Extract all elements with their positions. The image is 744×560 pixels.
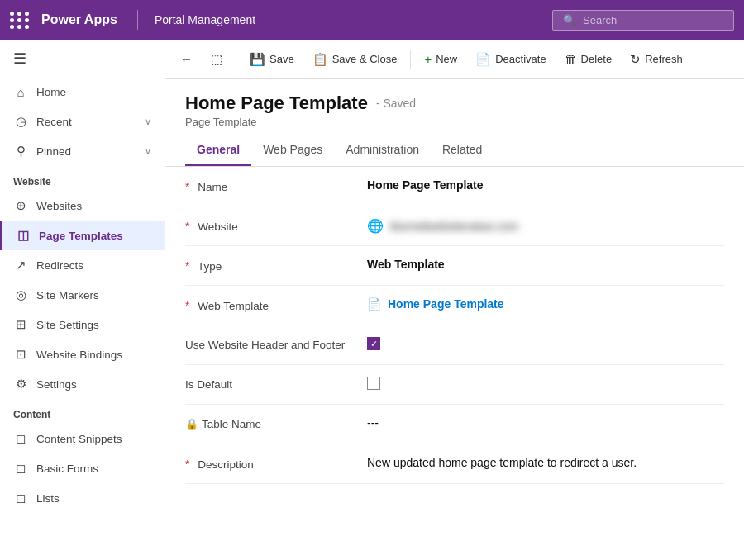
tabs: General Web Pages Administration Related <box>165 135 744 167</box>
toolbar-separator <box>410 50 411 69</box>
toolbar-separator <box>236 50 236 69</box>
save-button[interactable]: 💾 Save <box>241 48 303 71</box>
search-icon: 🔍 <box>563 14 576 26</box>
sidebar-item-website-bindings[interactable]: ⊡ Website Bindings <box>0 339 165 369</box>
tab-administration[interactable]: Administration <box>334 135 431 166</box>
sidebar-item-settings[interactable]: ⚙ Settings <box>0 369 165 399</box>
refresh-icon: ↻ <box>630 52 641 67</box>
settings-icon: ⚙ <box>13 377 28 392</box>
toolbar: ← ⬚ 💾 Save 📋 Save & Close + New 📄 Deacti… <box>165 40 744 79</box>
field-is-default: Is Default <box>185 365 724 405</box>
basic-forms-icon: ◻ <box>13 461 28 476</box>
field-type-label: * Type <box>185 258 367 273</box>
save-close-button[interactable]: 📋 Save & Close <box>304 48 406 71</box>
site-settings-icon: ⊞ <box>13 317 28 332</box>
tab-web-pages[interactable]: Web Pages <box>251 135 334 166</box>
redirect-icon: ↗ <box>13 258 28 273</box>
globe-icon: ⊕ <box>13 198 28 213</box>
field-table-name: 🔒 Table Name --- <box>185 405 724 444</box>
required-indicator: * <box>185 180 189 193</box>
sidebar-item-redirects[interactable]: ↗ Redirects <box>0 250 165 280</box>
save-close-icon: 📋 <box>312 52 328 67</box>
chevron-down-icon: ∨ <box>145 116 151 127</box>
deactivate-button[interactable]: 📄 Deactivate <box>467 48 554 71</box>
field-website-value[interactable]: 🌐 blurredwebsitevalue.com <box>367 218 724 234</box>
back-button[interactable]: ← <box>172 48 201 70</box>
content-snippets-icon: ◻ <box>13 431 28 446</box>
globe-icon: 🌐 <box>367 218 384 234</box>
search-placeholder: Search <box>583 14 617 26</box>
sidebar-item-label: Home <box>36 86 66 98</box>
new-button[interactable]: + New <box>416 48 465 70</box>
website-bindings-icon: ⊡ <box>13 347 28 362</box>
field-website: * Website 🌐 blurredwebsitevalue.com <box>185 206 724 246</box>
sidebar-item-site-settings[interactable]: ⊞ Site Settings <box>0 310 165 339</box>
sidebar-item-websites[interactable]: ⊕ Websites <box>0 191 165 221</box>
sidebar-item-label: Settings <box>36 378 77 391</box>
site-markers-icon: ◎ <box>13 287 28 302</box>
tab-general[interactable]: General <box>185 135 251 166</box>
sidebar-item-label: Redirects <box>36 259 83 272</box>
sidebar-item-label: Page Templates <box>39 230 123 242</box>
app-name: Power Apps <box>41 12 117 27</box>
required-indicator: * <box>185 220 189 233</box>
field-name-label: * Name <box>185 178 367 193</box>
field-type-value[interactable]: Web Template <box>367 258 724 271</box>
field-description-value[interactable]: New updated home page template to redire… <box>367 456 724 469</box>
sidebar-item-basic-forms[interactable]: ◻ Basic Forms <box>0 453 165 483</box>
checkbox-checked[interactable]: ✓ <box>367 337 380 350</box>
hamburger-button[interactable]: ☰ <box>0 40 165 78</box>
sidebar-item-page-templates[interactable]: ◫ Page Templates <box>0 221 165 250</box>
form-area: * Name Home Page Template * Website 🌐 bl… <box>165 167 744 560</box>
record-status: - Saved <box>376 97 416 110</box>
field-web-template: * Web Template 📄 Home Page Template <box>185 286 724 325</box>
chevron-down-icon: ∨ <box>145 146 151 157</box>
sidebar-item-label: Pinned <box>36 145 71 158</box>
search-box[interactable]: 🔍 Search <box>552 10 734 31</box>
field-type: * Type Web Template <box>185 246 724 286</box>
sidebar-item-label: Lists <box>36 492 60 505</box>
top-header: Power Apps Portal Management 🔍 Search <box>0 0 744 40</box>
lists-icon: ◻ <box>13 491 28 505</box>
forward-icon: ⬚ <box>211 52 222 67</box>
new-label: New <box>436 53 457 65</box>
field-name-value[interactable]: Home Page Template <box>367 178 724 192</box>
sidebar-item-home[interactable]: ⌂ Home <box>0 78 165 107</box>
sidebar-item-label: Content Snippets <box>36 433 122 445</box>
sidebar-item-site-markers[interactable]: ◎ Site Markers <box>0 280 165 310</box>
field-is-default-value[interactable] <box>367 377 724 390</box>
sidebar-item-content-snippets[interactable]: ◻ Content Snippets <box>0 424 165 453</box>
sidebar-item-lists[interactable]: ◻ Lists <box>0 483 165 513</box>
field-web-template-value[interactable]: 📄 Home Page Template <box>367 297 724 311</box>
forward-button[interactable]: ⬚ <box>203 48 231 71</box>
field-is-default-label: Is Default <box>185 377 367 391</box>
field-description-label: * Description <box>185 456 367 471</box>
link-icon: 📄 <box>367 297 381 311</box>
main-content: ← ⬚ 💾 Save 📋 Save & Close + New 📄 Deacti… <box>165 40 744 560</box>
app-grid-icon[interactable] <box>10 12 30 29</box>
delete-icon: 🗑 <box>565 52 577 66</box>
sidebar-item-recent[interactable]: ◷ Recent ∨ <box>0 107 165 136</box>
sidebar-item-label: Basic Forms <box>36 463 98 475</box>
field-use-header-footer: Use Website Header and Footer ✓ <box>185 325 724 365</box>
header-divider <box>137 10 138 30</box>
pin-icon: ⚲ <box>13 144 28 159</box>
page-template-icon: ◫ <box>16 228 31 243</box>
save-label: Save <box>269 53 294 65</box>
sidebar-item-pinned[interactable]: ⚲ Pinned ∨ <box>0 136 165 166</box>
sidebar-item-label: Websites <box>36 200 82 212</box>
field-use-header-footer-value[interactable]: ✓ <box>367 337 724 350</box>
refresh-button[interactable]: ↻ Refresh <box>622 48 691 71</box>
sidebar-item-label: Website Bindings <box>36 349 122 361</box>
portal-name: Portal Management <box>155 13 255 26</box>
save-icon: 💾 <box>250 52 265 67</box>
sidebar-item-label: Site Settings <box>36 319 99 331</box>
field-table-name-value[interactable]: --- <box>367 416 724 429</box>
home-icon: ⌂ <box>13 85 28 99</box>
delete-button[interactable]: 🗑 Delete <box>556 48 621 70</box>
field-website-label: * Website <box>185 218 367 233</box>
sidebar-section-content: Content <box>0 399 165 424</box>
checkbox-unchecked[interactable] <box>367 377 380 390</box>
required-indicator: * <box>185 458 189 471</box>
tab-related[interactable]: Related <box>431 135 494 166</box>
